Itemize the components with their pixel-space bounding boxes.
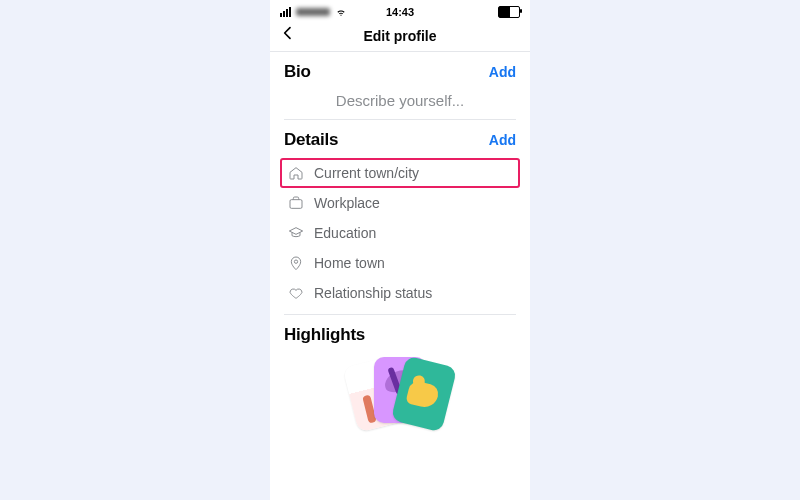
home-icon — [288, 165, 304, 181]
education-icon — [288, 225, 304, 241]
svg-rect-0 — [290, 200, 302, 209]
nav-bar: Edit profile — [270, 21, 530, 52]
svg-point-1 — [294, 260, 297, 263]
details-row-label: Workplace — [314, 195, 380, 211]
status-bar: 14:43 — [270, 0, 530, 21]
highlights-cards[interactable] — [284, 351, 516, 423]
back-button[interactable] — [280, 25, 302, 47]
details-row-label: Relationship status — [314, 285, 432, 301]
bio-placeholder[interactable]: Describe yourself... — [284, 88, 516, 119]
details-title: Details — [284, 130, 338, 150]
details-row-label: Home town — [314, 255, 385, 271]
briefcase-icon — [288, 195, 304, 211]
pin-icon — [288, 255, 304, 271]
highlights-section: Highlights — [270, 315, 530, 423]
status-right — [498, 6, 520, 18]
details-row-label: Current town/city — [314, 165, 419, 181]
details-list: Current town/cityWorkplaceEducationHome … — [270, 156, 530, 314]
details-row-1[interactable]: Workplace — [284, 188, 516, 218]
details-row-2[interactable]: Education — [284, 218, 516, 248]
bio-add-button[interactable]: Add — [489, 64, 516, 80]
phone-frame: 14:43 Edit profile Bio Add Describe your… — [270, 0, 530, 500]
details-add-button[interactable]: Add — [489, 132, 516, 148]
details-row-0[interactable]: Current town/city — [280, 158, 520, 188]
details-row-4[interactable]: Relationship status — [284, 278, 516, 308]
details-row-label: Education — [314, 225, 376, 241]
stage: 14:43 Edit profile Bio Add Describe your… — [0, 0, 800, 500]
battery-icon — [498, 6, 520, 18]
details-row-3[interactable]: Home town — [284, 248, 516, 278]
bio-section: Bio Add Describe yourself... — [270, 52, 530, 119]
details-section: Details Add — [270, 120, 530, 150]
highlights-title: Highlights — [284, 325, 365, 345]
page-title: Edit profile — [363, 28, 436, 44]
status-time: 14:43 — [270, 6, 530, 18]
heart-icon — [288, 285, 304, 301]
chevron-left-icon — [280, 25, 296, 41]
bio-title: Bio — [284, 62, 311, 82]
